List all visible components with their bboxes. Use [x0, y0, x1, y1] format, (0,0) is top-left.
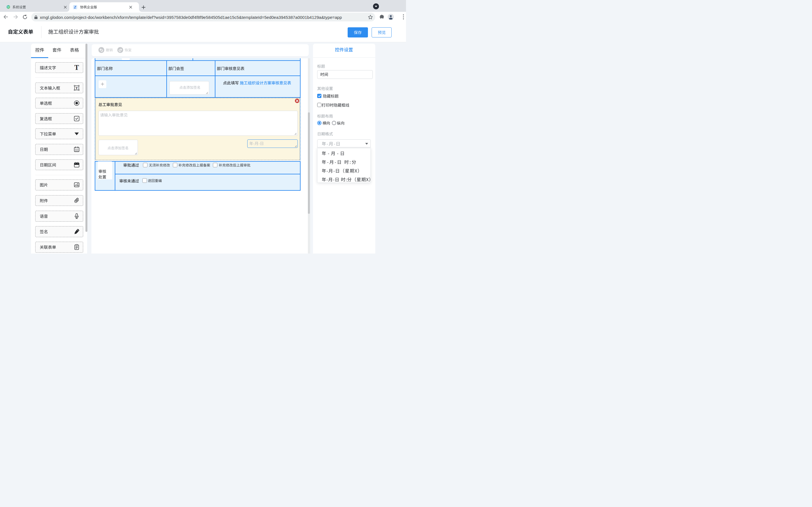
- svg-text:<|>: <|>: [7, 6, 10, 8]
- svg-text:T: T: [74, 65, 79, 70]
- svg-text:T: T: [75, 86, 78, 90]
